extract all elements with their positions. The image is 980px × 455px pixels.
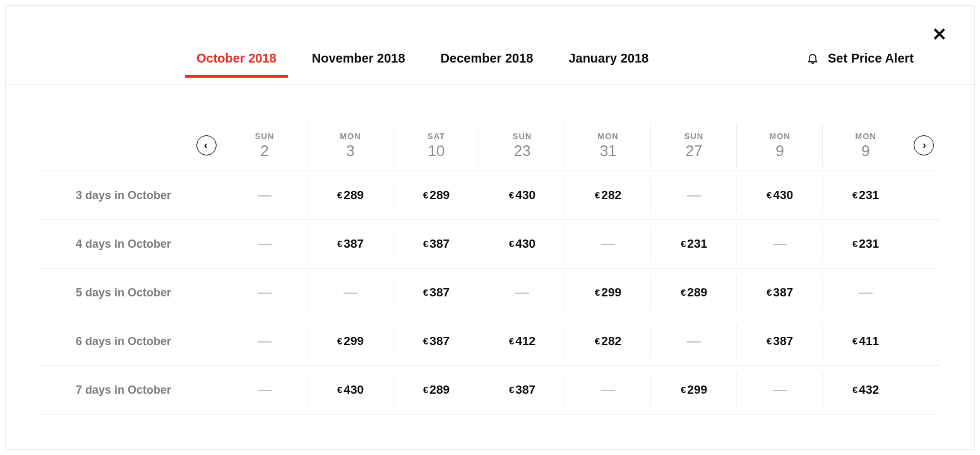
price-cell[interactable]: €387 [393, 317, 479, 366]
month-tab-december[interactable]: December 2018 [439, 51, 535, 77]
price-row: 7 days in October€430€289€387€299€432 [41, 366, 939, 415]
price-value: 231 [859, 188, 879, 202]
no-price-dash [258, 341, 272, 343]
price-value: 231 [687, 237, 707, 250]
price-value: 387 [773, 334, 793, 348]
price-cell[interactable]: €387 [737, 269, 823, 317]
nav-spacer [909, 269, 939, 317]
date-col-6[interactable]: MON 9 [737, 120, 823, 171]
nav-spacer [191, 317, 222, 366]
price-cell [222, 220, 308, 269]
price-cell[interactable]: €289 [651, 269, 737, 317]
currency-symbol: € [681, 384, 686, 395]
price-cell[interactable]: €289 [393, 171, 479, 220]
price-value: 299 [687, 383, 707, 396]
nav-spacer [191, 366, 222, 415]
close-icon[interactable]: ✕ [932, 26, 947, 44]
currency-symbol: € [767, 190, 772, 200]
price-cell [222, 269, 308, 317]
currency-symbol: € [509, 336, 514, 346]
price-cell[interactable]: €231 [823, 171, 909, 220]
date-col-2[interactable]: SAT 10 [393, 120, 479, 171]
no-price-dash [601, 390, 615, 391]
price-cell[interactable]: €299 [565, 269, 651, 317]
date-day: 9 [738, 142, 822, 160]
price-row: 5 days in October€387€299€289€387 [41, 269, 939, 317]
price-row: 6 days in October€299€387€412€282€387€41… [41, 317, 939, 366]
price-cell[interactable]: €387 [479, 366, 565, 415]
no-price-dash [601, 244, 615, 245]
currency-symbol: € [337, 336, 342, 346]
no-price-dash [344, 293, 357, 294]
price-cell[interactable]: €289 [393, 366, 479, 415]
date-col-1[interactable]: MON 3 [308, 120, 393, 171]
nav-prev-cell: ‹ [191, 120, 222, 171]
price-cell[interactable]: €387 [308, 220, 393, 269]
date-day: 23 [480, 142, 565, 160]
price-cell[interactable]: €299 [308, 317, 393, 366]
date-col-7[interactable]: MON 9 [823, 120, 909, 171]
no-price-dash [258, 195, 272, 197]
price-cell[interactable]: €432 [823, 366, 909, 415]
price-cell[interactable]: €282 [565, 317, 651, 366]
no-price-dash [687, 195, 701, 197]
currency-symbol: € [852, 238, 858, 249]
date-col-3[interactable]: SUN 23 [479, 120, 565, 171]
price-cell[interactable]: €387 [737, 317, 823, 366]
date-col-4[interactable]: MON 31 [565, 120, 651, 171]
month-tab-november[interactable]: November 2018 [311, 51, 407, 77]
price-value: 231 [859, 237, 879, 250]
currency-symbol: € [767, 336, 772, 346]
price-cell [222, 171, 308, 220]
tabs-row: October 2018 November 2018 December 2018… [6, 6, 974, 85]
price-value: 289 [344, 188, 364, 202]
price-value: 412 [515, 334, 535, 348]
price-cell[interactable]: €231 [823, 220, 909, 269]
price-cell [737, 220, 823, 269]
bell-icon [806, 51, 819, 65]
date-dow: SUN [652, 131, 736, 141]
no-price-dash [859, 293, 873, 294]
price-cell [308, 269, 393, 317]
price-cell[interactable]: €412 [479, 317, 565, 366]
date-col-0[interactable]: SUN 2 [222, 120, 308, 171]
price-value: 282 [601, 334, 621, 348]
date-col-5[interactable]: SUN 27 [651, 120, 737, 171]
price-row: 3 days in October€289€289€430€282€430€23… [41, 171, 939, 220]
row-label: 6 days in October [41, 317, 191, 366]
price-value: 387 [429, 334, 450, 348]
price-cell[interactable]: €231 [651, 220, 737, 269]
no-price-dash [258, 293, 272, 294]
currency-symbol: € [595, 190, 600, 200]
price-value: 432 [859, 383, 879, 396]
price-cell[interactable]: €289 [308, 171, 393, 220]
date-day: 10 [394, 142, 479, 160]
price-cell[interactable]: €387 [393, 220, 479, 269]
price-cell[interactable]: €387 [393, 269, 479, 317]
price-value: 387 [429, 237, 450, 250]
month-tab-october[interactable]: October 2018 [195, 51, 278, 77]
chevron-left-icon: ‹ [204, 140, 207, 150]
nav-spacer [909, 171, 939, 220]
price-cell[interactable]: €411 [823, 317, 909, 366]
price-cell [565, 220, 651, 269]
price-cell [222, 317, 308, 366]
next-dates-button[interactable]: › [914, 135, 934, 155]
date-dow: SAT [394, 131, 479, 141]
price-cell[interactable]: €430 [479, 220, 565, 269]
currency-symbol: € [337, 190, 342, 200]
nav-spacer [909, 220, 939, 269]
price-value: 430 [515, 188, 535, 202]
set-price-alert-button[interactable]: Set Price Alert [806, 51, 939, 77]
prev-dates-button[interactable]: ‹ [196, 135, 217, 155]
price-cell[interactable]: €430 [308, 366, 393, 415]
currency-symbol: € [852, 336, 858, 346]
price-cell[interactable]: €299 [651, 366, 737, 415]
price-cell[interactable]: €430 [479, 171, 565, 220]
currency-symbol: € [423, 384, 428, 395]
currency-symbol: € [509, 238, 514, 249]
price-cell [222, 366, 308, 415]
price-cell[interactable]: €430 [737, 171, 823, 220]
month-tab-january[interactable]: January 2018 [567, 51, 650, 77]
price-cell[interactable]: €282 [565, 171, 651, 220]
